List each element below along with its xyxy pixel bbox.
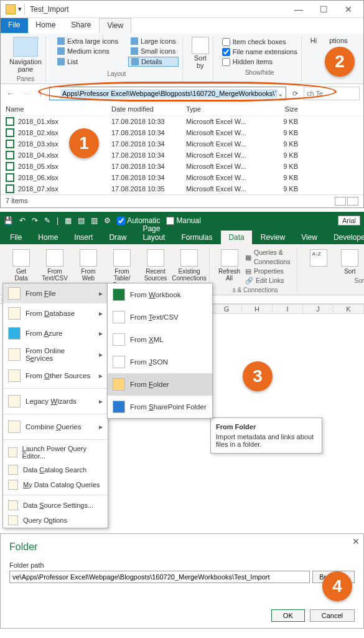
- menu-from-other-sources[interactable]: From Other Sources▸: [3, 366, 108, 386]
- tab-home[interactable]: Home: [28, 18, 63, 33]
- column-header[interactable]: H: [242, 304, 273, 314]
- tab-page-layout[interactable]: Page Layout: [135, 222, 172, 244]
- minimize-button[interactable]: —: [286, 1, 311, 18]
- view-details-icon[interactable]: [335, 197, 346, 206]
- tab-view[interactable]: View: [99, 18, 131, 33]
- tab-draw[interactable]: Draw: [101, 231, 134, 244]
- layout-icon: [131, 58, 139, 65]
- options-button[interactable]: ptions: [329, 37, 347, 44]
- qat-icon[interactable]: ▤: [78, 216, 85, 225]
- submenu-from-xml[interactable]: From XML: [108, 328, 212, 351]
- font-dropdown[interactable]: Arial: [338, 216, 360, 226]
- layout-details[interactable]: Details: [128, 57, 179, 67]
- get-data-menu: From File▸ From Database▸ From Azure▸ Fr…: [2, 283, 108, 528]
- menu-launch-power-query[interactable]: Launch Power Query Editor...: [3, 442, 108, 462]
- tab-developer[interactable]: Developer: [326, 231, 364, 244]
- tab-data[interactable]: Data: [221, 231, 251, 244]
- tab-share[interactable]: Share: [63, 18, 99, 33]
- menu-legacy-wizards[interactable]: Legacy Wizards▸: [3, 391, 108, 411]
- sort-button[interactable]: Sort: [336, 248, 363, 276]
- redo-icon[interactable]: ↷: [32, 216, 38, 225]
- column-name[interactable]: Name: [6, 105, 111, 113]
- menu-from-online-services[interactable]: From Online Services▸: [3, 343, 108, 366]
- view-large-icon[interactable]: [347, 197, 358, 206]
- edit-links-button[interactable]: 🔗 Edit Links: [245, 276, 293, 285]
- sort-by-icon[interactable]: [192, 37, 209, 54]
- tab-file[interactable]: File: [1, 18, 28, 33]
- up-button[interactable]: ↑: [34, 87, 47, 100]
- check-file-extensions[interactable]: File name extensions: [222, 47, 297, 57]
- column-header[interactable]: I: [273, 304, 303, 314]
- qat-icon[interactable]: ▥: [91, 216, 98, 225]
- layout-medium-icons[interactable]: Medium icons: [55, 47, 121, 55]
- tab-insert[interactable]: Insert: [67, 231, 100, 244]
- submenu-from-textcsv[interactable]: From Text/CSV: [108, 306, 212, 328]
- column-type[interactable]: Type: [186, 105, 261, 113]
- tab-formulas[interactable]: Formulas: [174, 231, 220, 244]
- menu-from-azure[interactable]: From Azure▸: [3, 323, 108, 343]
- properties-button[interactable]: ▤ Properties: [245, 267, 293, 276]
- menu-data-catalog-search[interactable]: Data Catalog Search: [3, 462, 108, 477]
- column-header[interactable]: J: [303, 304, 334, 314]
- save-icon[interactable]: 💾: [4, 216, 13, 225]
- back-button[interactable]: ←: [4, 87, 17, 100]
- menu-data-source-settings[interactable]: Data Source Settings...: [3, 498, 108, 513]
- tab-file[interactable]: File: [2, 231, 29, 244]
- file-row[interactable]: 2018_02.xlsx17.08.2018 10:34Microsoft Ex…: [1, 127, 363, 138]
- menu-query-options[interactable]: Query Options: [3, 513, 108, 528]
- queries-connections-button[interactable]: ▦ Queries & Connections: [245, 248, 293, 267]
- menu-from-file[interactable]: From File▸: [3, 283, 108, 303]
- column-size[interactable]: Size: [261, 105, 298, 113]
- file-row[interactable]: 2018_07.xlsx17.08.2018 10:35Microsoft Ex…: [1, 183, 363, 194]
- layout-large-icons[interactable]: Large icons: [128, 37, 179, 45]
- maximize-button[interactable]: ☐: [311, 1, 336, 18]
- address-input[interactable]: [61, 89, 278, 98]
- menu-my-data-catalog[interactable]: My Data Catalog Queries: [3, 477, 108, 492]
- submenu-from-sharepoint[interactable]: From SharePoint Folder: [108, 396, 212, 418]
- qat-icon[interactable]: ▦: [65, 216, 72, 225]
- qat-icon[interactable]: ⚙: [104, 216, 111, 225]
- address-bar[interactable]: ⌄: [49, 87, 286, 100]
- check-hidden-items[interactable]: Hidden items: [222, 57, 297, 67]
- file-row[interactable]: 2018_01.xlsx17.08.2018 10:33Microsoft Ex…: [1, 116, 363, 127]
- undo-icon[interactable]: ↶: [19, 216, 26, 225]
- layout-list[interactable]: List: [55, 57, 121, 67]
- submenu-from-workbook[interactable]: From Workbook: [108, 283, 212, 306]
- qat-dropdown-icon[interactable]: ▾: [18, 5, 22, 13]
- navigation-pane-button[interactable]: [13, 37, 38, 57]
- refresh-button[interactable]: ⟳: [289, 90, 301, 98]
- get-data-icon: [12, 249, 30, 267]
- check-item-boxes[interactable]: Item check boxes: [222, 37, 297, 47]
- column-header[interactable]: G: [212, 304, 242, 314]
- submenu-from-folder[interactable]: From Folder: [108, 373, 212, 396]
- layout-extra-large-icons[interactable]: Extra large icons: [55, 37, 121, 45]
- file-row[interactable]: 2018_05.xlsx17.08.2018 10:34Microsoft Ex…: [1, 161, 363, 172]
- hide-selected-button[interactable]: Hi: [310, 37, 317, 44]
- column-header[interactable]: K: [334, 304, 364, 314]
- tab-review[interactable]: Review: [253, 231, 292, 244]
- file-row[interactable]: 2018_04.xlsx17.08.2018 10:34Microsoft Ex…: [1, 150, 363, 161]
- folder-path-input[interactable]: [9, 571, 310, 583]
- layout-small-icons[interactable]: Small icons: [128, 47, 179, 55]
- quick-access-toolbar: 💾 ↶ ↷ ✎ | ▦ ▤ ▥ ⚙ Automatic Manual Arial: [0, 212, 364, 229]
- forward-button[interactable]: →: [19, 87, 32, 100]
- ok-button[interactable]: OK: [271, 609, 305, 622]
- brush-icon[interactable]: ✎: [44, 216, 50, 225]
- tab-home[interactable]: Home: [30, 231, 65, 244]
- file-row[interactable]: 2018_03.xlsx17.08.2018 10:34Microsoft Ex…: [1, 138, 363, 150]
- sort-az-button[interactable]: A↓Z: [305, 248, 332, 276]
- excel-file-icon: [6, 162, 14, 171]
- menu-combine-queries[interactable]: Combine Queries▸: [3, 417, 108, 437]
- dialog-close-button[interactable]: ✕: [352, 536, 360, 546]
- refresh-all-button[interactable]: Refresh All: [217, 248, 241, 285]
- column-date[interactable]: Date modified: [111, 105, 186, 113]
- excel-file-icon: [6, 173, 14, 182]
- address-dropdown-icon[interactable]: ⌄: [278, 90, 283, 98]
- tab-view[interactable]: View: [294, 231, 325, 244]
- search-input[interactable]: [304, 87, 360, 100]
- submenu-from-json[interactable]: From JSON: [108, 351, 212, 373]
- cancel-button[interactable]: Cancel: [310, 609, 355, 622]
- file-row[interactable]: 2018_06.xlsx17.08.2018 10:34Microsoft Ex…: [1, 172, 363, 183]
- close-button[interactable]: ✕: [336, 1, 361, 18]
- menu-from-database[interactable]: From Database▸: [3, 303, 108, 323]
